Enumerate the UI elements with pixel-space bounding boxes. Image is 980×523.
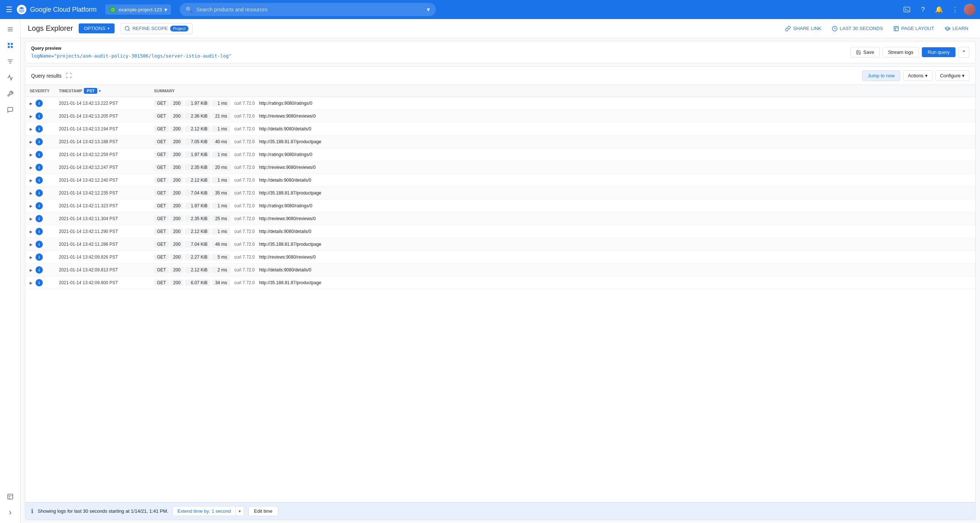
severity-info-icon[interactable]: i [35,138,43,145]
extend-time-button[interactable]: Extend time by: 1 second ▾ [173,506,244,516]
top-nav-right: ? 🔔 ⋮ [899,2,975,17]
row-expand-icon[interactable]: ▶ [30,114,33,118]
row-expand-icon[interactable]: ▶ [30,230,33,234]
time-badge: 20 ms [212,164,230,171]
row-expand-icon[interactable]: ▶ [30,255,33,259]
severity-info-icon[interactable]: i [35,279,43,286]
severity-info-icon[interactable]: i [35,189,43,197]
search-bar[interactable]: 🔍 ▾ [180,3,436,16]
hamburger-icon[interactable]: ☰ [5,4,14,15]
sidebar-item-notes[interactable] [3,102,18,117]
timestamp-cell: 2021-01-14 13:42:11.286 PST [54,238,150,251]
options-button[interactable]: OPTIONS ▾ [79,24,115,33]
summary-cell: GET 200 2.35 KiB 25 ms curl 7.72.0 http:… [150,212,975,225]
sidebar-item-chart[interactable] [3,70,18,85]
extend-time-arrow-icon[interactable]: ▾ [235,507,244,516]
query-expand-button[interactable]: ⌃ [958,47,969,58]
row-expand-icon[interactable]: ▶ [30,179,33,182]
sidebar-item-expand[interactable] [3,505,18,520]
search-input[interactable] [197,6,423,13]
severity-info-icon[interactable]: i [35,112,43,120]
last-time-button[interactable]: LAST 30 SECONDS [827,24,888,34]
size-badge: 6.07 KiB [185,279,210,286]
jump-to-now-button[interactable]: Jump to now [862,70,900,81]
severity-info-icon[interactable]: i [35,125,43,132]
time-badge: 1 ms [212,100,230,107]
cloud-shell-icon[interactable] [899,2,914,17]
page-layout-button[interactable]: PAGE LAYOUT [889,24,939,34]
agent-text: curl 7.72.0 [234,255,255,260]
extend-time-main[interactable]: Extend time by: 1 second [173,507,235,516]
stream-logs-button[interactable]: Stream logs [883,47,919,57]
timezone-badge[interactable]: PST [84,88,97,94]
share-link-button[interactable]: SHARE LINK [781,24,826,34]
row-expand-icon[interactable]: ▶ [30,140,33,144]
sidebar-item-tools[interactable] [3,86,18,101]
row-expand-icon[interactable]: ▶ [30,217,33,221]
project-selector[interactable]: ⬡ example-project-123 ▾ [105,5,171,14]
row-expand-icon[interactable]: ▶ [30,127,33,131]
more-options-icon[interactable]: ⋮ [948,2,963,17]
severity-info-icon[interactable]: i [35,254,43,261]
agent-text: curl 7.72.0 [234,216,255,221]
severity-info-icon[interactable]: i [35,266,43,274]
query-text: logName="projects/asm-audit-policy-30150… [31,53,232,59]
notifications-icon[interactable]: 🔔 [932,2,947,17]
edit-time-button[interactable]: Edit time [248,506,278,516]
row-expand-icon[interactable]: ▶ [30,102,33,105]
table-row: ▶ i 2021-01-14 13:42:12.240 PST GET 200 … [25,174,975,187]
row-expand-icon[interactable]: ▶ [30,242,33,247]
status-badge: 200 [170,215,183,222]
project-chevron-icon: ▾ [164,6,167,13]
severity-info-icon[interactable]: i [35,151,43,158]
url-text: http://reviews:9080/reviews/0 [259,255,316,260]
row-expand-icon[interactable]: ▶ [30,268,33,272]
refine-scope-button[interactable]: REFINE SCOPE Project [120,23,192,34]
severity-info-icon[interactable]: i [35,241,43,248]
summary-cell: GET 200 2.12 KiB 1 ms curl 7.72.0 http:/… [150,225,975,238]
results-actions: Jump to now Actions ▾ Configure ▾ [862,70,969,81]
sidebar-item-history[interactable] [3,489,18,504]
table-row: ▶ i 2021-01-14 13:42:12.235 PST GET 200 … [25,187,975,199]
actions-button[interactable]: Actions ▾ [903,70,932,81]
sidebar-bottom [3,489,18,520]
row-expand-icon[interactable]: ▶ [30,204,33,208]
learn-button[interactable]: LEARN [940,24,973,34]
severity-info-icon[interactable]: i [35,164,43,171]
save-button[interactable]: Save [850,47,880,57]
agent-text: curl 7.72.0 [234,190,255,196]
sidebar-item-menu[interactable] [3,22,18,37]
query-actions: Save Stream logs Run query ⌃ [850,47,969,58]
size-badge: 1.97 KiB [185,100,210,107]
url-text: http://reviews:9080/reviews/0 [259,113,316,119]
url-text: http://details:9080/details/0 [259,229,312,234]
run-query-button[interactable]: Run query [922,47,956,57]
severity-info-icon[interactable]: i [35,215,43,222]
severity-cell: ▶ i [25,225,54,238]
configure-button[interactable]: Configure ▾ [935,70,969,81]
row-expand-icon[interactable]: ▶ [30,281,33,285]
time-badge: 35 ms [212,190,230,196]
sidebar-item-filter[interactable] [3,54,18,69]
summary-cell: GET 200 2.12 KiB 1 ms curl 7.72.0 http:/… [150,174,975,187]
learn-icon [945,26,950,32]
method-badge: GET [154,164,169,171]
help-icon[interactable]: ? [916,2,930,17]
table-row: ▶ i 2021-01-14 13:42:09.813 PST GET 200 … [25,264,975,276]
svg-rect-7 [8,46,10,48]
severity-info-icon[interactable]: i [35,177,43,184]
timestamp-cell: 2021-01-14 13:42:12.240 PST [54,174,150,187]
severity-info-icon[interactable]: i [35,228,43,235]
url-text: http://ratings:9080/ratings/0 [259,203,312,208]
row-expand-icon[interactable]: ▶ [30,153,33,157]
size-badge: 1.97 KiB [185,203,210,209]
svg-rect-5 [8,43,10,45]
severity-info-icon[interactable]: i [35,100,43,107]
expand-results-icon[interactable]: ⛶ [66,73,72,79]
sidebar-item-logs[interactable] [3,38,18,53]
row-expand-icon[interactable]: ▶ [30,166,33,169]
avatar[interactable] [964,4,975,15]
agent-text: curl 7.72.0 [234,267,255,273]
severity-info-icon[interactable]: i [35,202,43,209]
row-expand-icon[interactable]: ▶ [30,191,33,195]
